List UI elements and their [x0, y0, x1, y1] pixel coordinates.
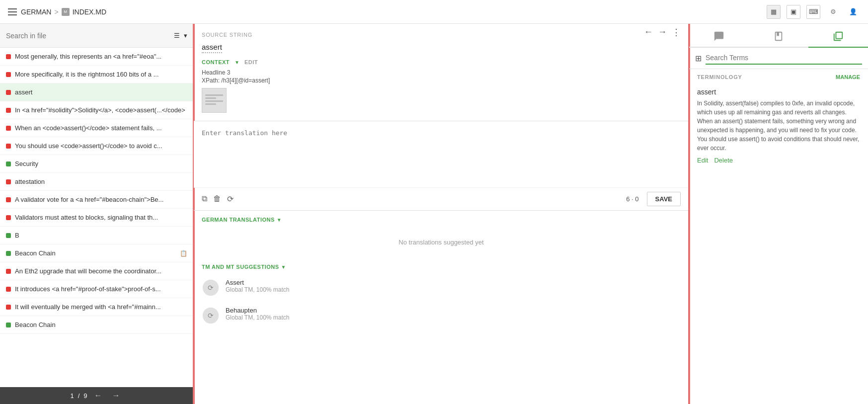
- item-text: Validators must attest to blocks, signal…: [15, 214, 187, 221]
- german-translations-dropdown[interactable]: ▼: [277, 217, 282, 223]
- pagination-bar: 1 / 9 ← →: [0, 387, 193, 404]
- list-item[interactable]: Security: [0, 155, 193, 173]
- suggestions-area: GERMAN TRANSLATIONS ▼ No translations su…: [194, 211, 689, 404]
- search-bar: ☰ ▾: [0, 24, 193, 48]
- item-text: More specifically, it is the rightmost 1…: [15, 71, 187, 78]
- user-icon[interactable]: 👤: [846, 5, 860, 19]
- list-item[interactable]: In <a href="#solidity">Solidity</a>, <co…: [0, 101, 193, 119]
- list-item[interactable]: It will eventually be merged with <a hre…: [0, 298, 193, 316]
- list-item[interactable]: Validators must attest to blocks, signal…: [0, 209, 193, 227]
- status-dot: [6, 197, 11, 202]
- tm-suggestions-header: TM AND MT SUGGESTIONS ▼: [194, 258, 689, 274]
- status-dot: [6, 233, 11, 238]
- terminology-header: TERMINOLOGY MANAGE: [689, 69, 868, 83]
- status-dot: [6, 287, 11, 292]
- more-options-icon[interactable]: ⋮: [672, 27, 681, 38]
- list-item[interactable]: Beacon Chain📋: [0, 244, 193, 262]
- item-text: Most generally, this represents an <a hr…: [15, 53, 187, 60]
- list-item[interactable]: Most generally, this represents an <a hr…: [0, 48, 193, 66]
- terminology-entry: assert In Solidity, assert(false) compil…: [689, 83, 868, 169]
- copy-source-icon[interactable]: ⧉: [202, 194, 207, 204]
- suggestion-item[interactable]: ⟳AssertGlobal TM, 100% match: [194, 274, 689, 302]
- settings-icon[interactable]: ⚙: [826, 5, 840, 19]
- file-list: Most generally, this represents an <a hr…: [0, 48, 193, 387]
- toolbar-icons: ⧉ 🗑 ⟳: [202, 194, 234, 204]
- suggestion-item[interactable]: ⟳BehauptenGlobal TM, 100% match: [194, 302, 689, 329]
- status-dot: [6, 54, 11, 59]
- term-word: assert: [697, 88, 860, 96]
- source-string-label: SOURCE STRING: [202, 32, 252, 38]
- hamburger-menu-icon[interactable]: [8, 8, 17, 15]
- suggestion-text: AssertGlobal TM, 100% match: [226, 279, 681, 293]
- svg-text:⟳: ⟳: [208, 284, 214, 292]
- list-item[interactable]: B: [0, 227, 193, 244]
- tm-dropdown-icon[interactable]: ▼: [281, 264, 286, 270]
- keyboard-icon[interactable]: ⌨: [806, 5, 820, 19]
- term-description: In Solidity, assert(false) compiles to 0…: [697, 99, 860, 153]
- terminology-label: TERMINOLOGY: [697, 74, 742, 80]
- prev-page-button[interactable]: ←: [91, 390, 105, 401]
- status-dot: [6, 269, 11, 274]
- suggestion-subtitle: Global TM, 100% match: [226, 286, 681, 293]
- translation-section: ⧉ 🗑 ⟳ 6 · 0 SAVE: [194, 121, 689, 211]
- status-dot: [6, 179, 11, 184]
- item-text: A validator vote for a <a href="#beacon-…: [15, 196, 187, 203]
- context-info: Headline 3 XPath: /h3[4][@id=assert]: [202, 69, 681, 84]
- source-header: SOURCE STRING ← → ⋮: [202, 32, 681, 43]
- list-item[interactable]: You should use <code>assert()</code> to …: [0, 137, 193, 155]
- file-icon: M: [62, 8, 70, 16]
- top-bar-left: GERMAN > M INDEX.MD: [8, 8, 106, 16]
- list-item[interactable]: assert: [0, 83, 193, 101]
- list-item[interactable]: An Eth2 upgrade that will become the coo…: [0, 262, 193, 280]
- context-xpath: XPath: /h3[4][@id=assert]: [202, 77, 681, 84]
- manage-button[interactable]: MANAGE: [836, 74, 860, 80]
- suggestions-list: ⟳AssertGlobal TM, 100% match⟳BehauptenGl…: [194, 274, 689, 329]
- list-item[interactable]: When an <code>assert()</code> statement …: [0, 119, 193, 137]
- project-name[interactable]: GERMAN: [21, 8, 51, 16]
- translation-input[interactable]: [194, 121, 689, 187]
- list-item[interactable]: It introduces <a href="#proof-of-stake">…: [0, 280, 193, 298]
- next-page-button[interactable]: →: [109, 390, 123, 401]
- search-icons: ☰ ▾: [174, 32, 187, 39]
- tab-glossary[interactable]: [749, 26, 808, 48]
- search-input[interactable]: [6, 32, 170, 40]
- tab-comments[interactable]: [689, 26, 749, 48]
- no-suggestions-text: No translations suggested yet: [194, 227, 689, 258]
- add-term-icon[interactable]: ⊞: [695, 54, 702, 63]
- list-item[interactable]: attestation: [0, 173, 193, 191]
- top-bar-right: ▦ ▣ ⌨ ⚙ 👤: [767, 5, 860, 19]
- suggestion-subtitle: Global TM, 100% match: [226, 314, 681, 321]
- source-string-text: assert: [202, 43, 222, 53]
- suggestion-title: Behaupten: [226, 307, 681, 314]
- list-item[interactable]: More specifically, it is the rightmost 1…: [0, 66, 193, 83]
- filter-icon[interactable]: ▾: [184, 32, 187, 39]
- status-dot: [6, 90, 11, 95]
- status-dot: [6, 305, 11, 310]
- item-text: You should use <code>assert()</code> to …: [15, 142, 187, 150]
- next-string-button[interactable]: →: [658, 27, 667, 38]
- clear-translation-icon[interactable]: 🗑: [213, 194, 221, 204]
- history-icon[interactable]: ⟳: [227, 194, 234, 204]
- edit-label[interactable]: EDIT: [244, 59, 258, 65]
- item-text: An Eth2 upgrade that will become the coo…: [15, 267, 187, 275]
- right-search-bar: ⊞: [689, 48, 868, 69]
- item-text: Security: [15, 160, 187, 167]
- tab-terminology[interactable]: [808, 26, 868, 48]
- save-button[interactable]: SAVE: [647, 192, 681, 206]
- list-icon[interactable]: ☰: [174, 32, 180, 39]
- status-dot: [6, 72, 11, 77]
- prev-string-button[interactable]: ←: [644, 27, 653, 38]
- breadcrumb: GERMAN > M INDEX.MD: [21, 8, 106, 16]
- layout-icon-2[interactable]: ▣: [787, 5, 800, 19]
- file-name[interactable]: INDEX.MD: [73, 8, 106, 16]
- list-item[interactable]: Beacon Chain: [0, 316, 193, 334]
- context-dropdown-icon[interactable]: ▼: [235, 60, 239, 65]
- item-text: It will eventually be merged with <a hre…: [15, 303, 187, 311]
- term-search-input[interactable]: [706, 52, 862, 65]
- list-item[interactable]: A validator vote for a <a href="#beacon-…: [0, 191, 193, 209]
- item-text: When an <code>assert()</code> statement …: [15, 124, 187, 132]
- delete-term-button[interactable]: Delete: [714, 157, 733, 164]
- edit-term-button[interactable]: Edit: [697, 157, 708, 164]
- svg-text:⟳: ⟳: [208, 312, 214, 320]
- layout-icon-1[interactable]: ▦: [767, 5, 781, 19]
